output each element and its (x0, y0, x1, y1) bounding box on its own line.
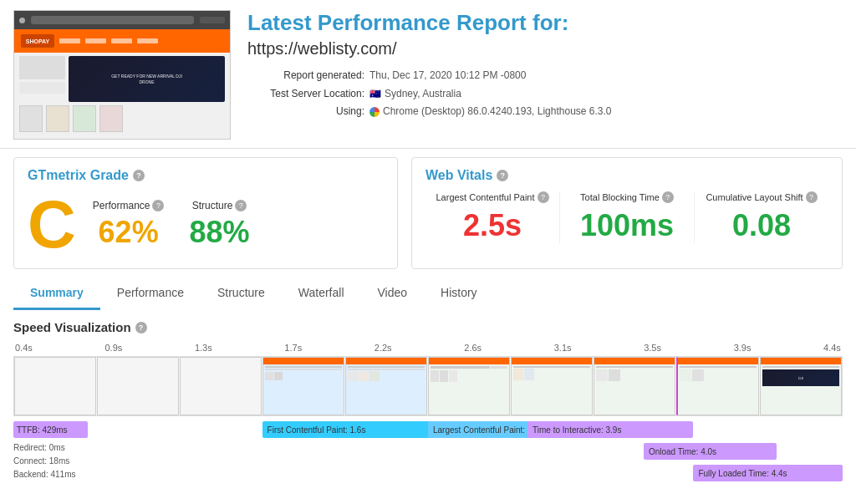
frame-7 (594, 357, 675, 415)
tbt-help-icon[interactable]: ? (662, 191, 674, 203)
cls-vital: Cumulative Layout Shift ? 0.08 (695, 191, 828, 243)
speed-help-icon[interactable]: ? (135, 322, 147, 333)
performance-metric: Performance ? 62% (93, 200, 165, 250)
frame-1 (97, 357, 179, 415)
generated-label: Report generated: (247, 67, 364, 85)
frame-6 (511, 357, 593, 415)
using-label: Using: (247, 103, 364, 121)
website-screenshot: SHOPAY GET READY FOR NEW ARRIVAL DJIDRON… (13, 10, 231, 140)
tbt-value: 100ms (567, 208, 687, 243)
tab-performance[interactable]: Performance (100, 277, 201, 310)
tab-waterfall[interactable]: Waterfall (282, 277, 361, 310)
frame-4 (345, 357, 427, 415)
frame-5 (428, 357, 510, 415)
frame-9: DJI (760, 357, 842, 415)
tick-7: 3.5s (644, 343, 661, 353)
timeline-ruler: 0.4s 0.9s 1.3s 1.7s 2.2s 2.6s 3.1s 3.5s … (13, 343, 843, 353)
using-value: Chrome (Desktop) 86.0.4240.193, Lighthou… (369, 103, 612, 121)
tab-video[interactable]: Video (361, 277, 425, 310)
chrome-icon (369, 107, 380, 117)
measurement-bars: TTFB: 429ms First Contentful Paint: 1.6s… (13, 421, 843, 501)
server-label: Test Server Location: (247, 85, 364, 104)
frame-3 (262, 357, 344, 415)
tti-bar: Time to Interactive: 3.9s (527, 421, 693, 438)
tick-1: 0.9s (104, 343, 122, 353)
tab-structure[interactable]: Structure (201, 277, 282, 310)
tabs-container: Summary Performance Structure Waterfall … (0, 277, 856, 310)
tick-8: 3.9s (734, 343, 752, 353)
report-meta: Report generated: Thu, Dec 17, 2020 10:1… (247, 67, 843, 121)
cls-value: 0.08 (701, 208, 822, 243)
server-value: 🇦🇺 Sydney, Australia (369, 85, 461, 104)
speed-title: Speed Visualization ? (13, 320, 843, 334)
onload-bar: Onload Time: 4.0s (644, 443, 777, 460)
lcp-value: 2.5s (432, 208, 553, 243)
frame-2 (180, 357, 262, 415)
ttfb-bar: TTFB: 429ms (13, 421, 88, 438)
lcp-vital: Largest Contentful Paint ? 2.5s (425, 191, 560, 243)
lcp-help-icon[interactable]: ? (538, 191, 549, 203)
performance-value: 62% (93, 215, 165, 250)
report-url: https://weblisty.com/ (247, 39, 843, 59)
timeline-frames: DJI (13, 356, 843, 416)
cls-help-icon[interactable]: ? (806, 191, 818, 203)
frame-8 (676, 357, 759, 415)
gtmetrix-grade-panel: GTmetrix Grade ? C Performance ? 62% Str… (13, 157, 398, 269)
structure-metric: Structure ? 88% (189, 200, 249, 250)
tabs: Summary Performance Structure Waterfall … (13, 277, 843, 310)
tab-summary[interactable]: Summary (13, 277, 100, 310)
tab-history[interactable]: History (424, 277, 494, 310)
tick-5: 2.6s (464, 343, 482, 353)
gtmetrix-help-icon[interactable]: ? (133, 170, 145, 181)
report-info: Latest Performance Report for: https://w… (247, 10, 843, 140)
fully-loaded-bar: Fully Loaded Time: 4.4s (693, 465, 843, 481)
performance-help-icon[interactable]: ? (152, 200, 164, 211)
tick-6: 3.1s (554, 343, 572, 353)
structure-value: 88% (189, 215, 249, 250)
gtmetrix-section-title: GTmetrix Grade ? (28, 168, 384, 183)
frame-0 (14, 357, 96, 415)
structure-help-icon[interactable]: ? (235, 200, 247, 211)
tick-3: 1.7s (284, 343, 302, 353)
tick-2: 1.3s (195, 343, 212, 353)
tick-9: 4.4s (823, 343, 841, 353)
web-vitals-panel: Web Vitals ? Largest Contentful Paint ? … (411, 157, 843, 269)
web-vitals-section-title: Web Vitals ? (425, 168, 828, 183)
tick-0: 0.4s (15, 343, 33, 353)
grade-letter: C (28, 191, 76, 258)
web-vitals-help-icon[interactable]: ? (497, 170, 508, 181)
tbt-vital: Total Blocking Time ? 100ms (560, 191, 695, 243)
tick-4: 2.2s (374, 343, 392, 353)
report-title: Latest Performance Report for: (247, 10, 843, 36)
generated-value: Thu, Dec 17, 2020 10:12 PM -0800 (369, 67, 526, 85)
speed-section: Speed Visualization ? 0.4s 0.9s 1.3s 1.7… (0, 310, 856, 501)
ttfb-sublabels: Redirect: 0ms Connect: 18ms Backend: 411… (13, 441, 76, 481)
